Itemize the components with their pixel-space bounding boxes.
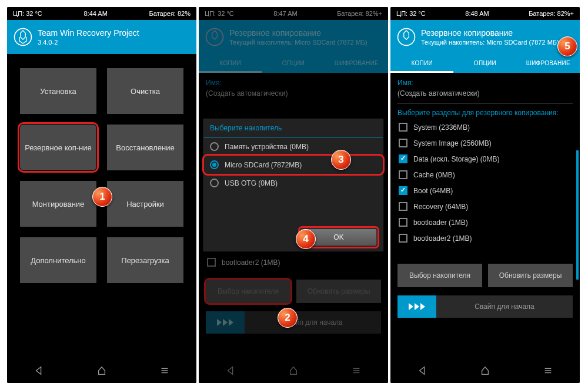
nav-menu-icon[interactable]: [351, 365, 362, 378]
twrp-logo-icon: [396, 27, 416, 47]
screen-1: ЦП: 32 °C 8:44 AM Батарея: 82% Team Win …: [7, 7, 196, 383]
status-bar: ЦП: 32 °C 8:44 AM Батарея: 82%: [7, 7, 196, 20]
partition-item[interactable]: System Image (2560MB): [397, 135, 573, 151]
tab-encryption[interactable]: ШИФРОВАНИЕ: [517, 54, 580, 73]
tile-backup[interactable]: Резервное коп-ние: [20, 125, 96, 170]
cpu-temp: ЦП: 32 °C: [13, 10, 42, 17]
app-title: Team Win Recovery Project: [38, 28, 139, 38]
checkbox-icon: [399, 202, 407, 211]
partition-item[interactable]: bootloader2 (1MB): [206, 254, 381, 270]
page-title: Резервное копирование: [421, 28, 559, 38]
tile-wipe[interactable]: Очистка: [107, 68, 183, 114]
swipe-label: Свайп для начала: [245, 311, 381, 334]
name-label: Имя:: [397, 79, 573, 87]
tile-advanced[interactable]: Дополнительно: [20, 237, 96, 283]
tile-reboot[interactable]: Перезагрузка: [107, 237, 183, 283]
nav-home-icon[interactable]: [480, 365, 490, 378]
tab-copies[interactable]: КОПИИ: [390, 54, 453, 73]
twrp-logo-icon: [205, 27, 225, 47]
nav-home-icon[interactable]: [96, 365, 107, 378]
partition-item[interactable]: System (2336MB): [397, 119, 573, 135]
partition-item[interactable]: Recovery (64MB): [397, 199, 573, 214]
marker-4: 4: [296, 229, 316, 249]
time: 8:44 AM: [83, 10, 107, 17]
marker-5: 5: [557, 36, 577, 56]
tab-options[interactable]: ОПЦИИ: [453, 54, 516, 73]
battery: Батарея: 82%+: [337, 10, 382, 17]
checkbox-icon: [399, 186, 407, 195]
battery: Батарея: 82%+: [529, 10, 574, 17]
header: Резервное копирование Текущий накопитель…: [390, 20, 580, 54]
partition-item[interactable]: Data (искл. Storage) (0MB): [397, 151, 573, 167]
partition-item[interactable]: bootloader (1MB): [397, 214, 573, 230]
checkbox-icon: [399, 170, 407, 179]
refresh-sizes-button[interactable]: Обновить размеры: [488, 264, 573, 287]
status-bar: ЦП: 32 °C 8:48 AM Батарея: 82%+: [390, 7, 580, 20]
checkbox-icon: [399, 218, 407, 227]
header: Team Win Recovery Project 3.4.0-2: [7, 20, 196, 54]
nav-back-icon[interactable]: [225, 365, 236, 378]
tile-restore[interactable]: Восстановление: [107, 125, 183, 170]
cpu-temp: ЦП: 32 °C: [205, 10, 234, 17]
twrp-logo-icon: [13, 27, 33, 47]
checkbox-icon: [399, 154, 407, 163]
marker-1: 1: [92, 187, 112, 207]
storage-info: Текущий накопитель: Micro SDCard (7872 М…: [229, 39, 368, 46]
radio-usb[interactable]: USB OTG (0MB): [204, 174, 383, 192]
screen-2: ЦП: 32 °C 8:47 AM Батарея: 82%+ Резервно…: [199, 7, 388, 383]
select-partitions-label: Выберите разделы для резервного копирова…: [397, 103, 573, 117]
storage-info: Текущий накопитель: Micro SDCard (7872 М…: [421, 39, 559, 46]
checkbox-icon: [399, 123, 407, 132]
radio-internal[interactable]: Память устройства (0MB): [204, 137, 383, 156]
name-value[interactable]: (Создать автоматически): [397, 89, 573, 98]
tile-settings[interactable]: Настройки: [107, 181, 183, 227]
svg-point-2: [398, 29, 415, 46]
nav-back-icon[interactable]: [34, 365, 44, 378]
tab-encryption[interactable]: ШИФРОВАНИЕ: [325, 54, 388, 73]
select-storage-button[interactable]: Выбор накопителя: [206, 280, 290, 303]
storage-dialog: Выберите накопитель Память устройства (0…: [203, 119, 383, 251]
nav-home-icon[interactable]: [288, 365, 299, 378]
time: 8:47 AM: [273, 10, 297, 17]
tile-install[interactable]: Установка: [20, 68, 96, 114]
tile-mount[interactable]: Монтирование: [20, 181, 96, 227]
swipe-handle-icon[interactable]: [206, 311, 245, 334]
swipe-handle-icon[interactable]: [397, 295, 436, 318]
name-value[interactable]: (Создать автоматически): [206, 89, 381, 98]
navbar: [390, 361, 580, 383]
svg-point-0: [15, 29, 32, 46]
partition-item[interactable]: Cache (0MB): [397, 167, 573, 183]
swipe-label: Свайп для начала: [436, 295, 573, 318]
time: 8:48 AM: [465, 10, 489, 17]
partition-item[interactable]: bootloader2 (1MB): [397, 230, 573, 246]
checkbox-icon: [399, 139, 407, 147]
page-title: Резервное копирование: [229, 28, 368, 38]
app-version: 3.4.0-2: [38, 39, 139, 46]
name-label: Имя:: [206, 79, 381, 87]
refresh-sizes-button[interactable]: Обновить размеры: [296, 280, 381, 303]
tab-options[interactable]: ОПЦИИ: [262, 54, 325, 73]
header: Резервное копирование Текущий накопитель…: [199, 20, 388, 54]
screen-3: ЦП: 32 °C 8:48 AM Батарея: 82%+ Резервно…: [390, 7, 580, 383]
partition-item[interactable]: Boot (64MB): [397, 183, 573, 199]
marker-2: 2: [278, 308, 298, 328]
battery: Батарея: 82%: [149, 10, 191, 17]
checkbox-icon: [399, 234, 407, 243]
dialog-title: Выберите накопитель: [204, 119, 383, 137]
tab-copies[interactable]: КОПИИ: [199, 54, 262, 73]
scroll-indicator[interactable]: [576, 150, 579, 280]
nav-menu-icon[interactable]: [159, 365, 170, 378]
navbar: [199, 361, 388, 383]
svg-point-1: [206, 29, 223, 46]
select-storage-button[interactable]: Выбор накопителя: [397, 264, 482, 287]
nav-back-icon[interactable]: [417, 365, 427, 378]
cpu-temp: ЦП: 32 °C: [396, 10, 426, 17]
navbar: [7, 361, 196, 383]
nav-menu-icon[interactable]: [543, 365, 553, 378]
marker-3: 3: [331, 150, 351, 170]
radio-sdcard[interactable]: Micro SDCard (7872MB): [204, 156, 383, 174]
swipe-slider[interactable]: Свайп для начала: [397, 295, 573, 318]
status-bar: ЦП: 32 °C 8:47 AM Батарея: 82%+: [199, 7, 388, 20]
